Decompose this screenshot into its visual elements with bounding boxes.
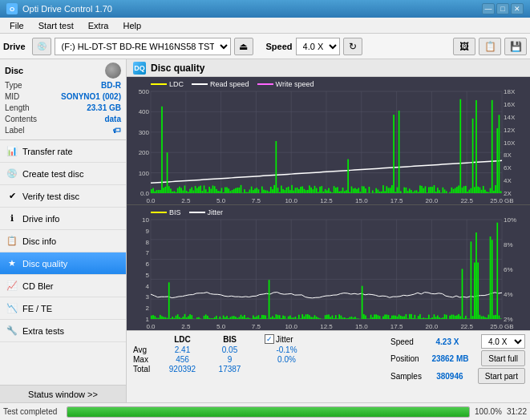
avg-jitter: -0.1%	[265, 345, 309, 354]
menu-start-test[interactable]: Start test	[32, 19, 80, 32]
disc-contents-row: Contents data	[5, 114, 121, 125]
menu-help[interactable]: Help	[116, 19, 148, 32]
disc-quality-title: Disc quality	[151, 63, 204, 74]
legend-read-speed: Read speed	[192, 80, 249, 88]
jitter-checkbox[interactable]: ✓	[265, 334, 274, 344]
max-bis: 9	[208, 355, 252, 364]
drive-icon: 💿	[32, 38, 51, 55]
disc-contents-key: Contents	[5, 114, 37, 125]
max-label: Max	[133, 355, 157, 364]
nav-disc-info[interactable]: 📋 Disc info	[0, 230, 126, 252]
menu-extra[interactable]: Extra	[82, 19, 115, 32]
legend-jitter-label: Jitter	[208, 208, 224, 216]
jitter-color	[189, 212, 205, 213]
nav-cd-bler[interactable]: 📈 CD Bler	[0, 275, 126, 297]
cd-bler-icon: 📈	[6, 281, 18, 292]
nav-transfer-rate[interactable]: 📊 Transfer rate	[0, 140, 126, 163]
title-bar-left: O Opti Drive Control 1.70	[6, 3, 112, 14]
create-test-disc-icon: 💿	[6, 168, 18, 180]
total-ldc: 920392	[160, 365, 204, 374]
toolbar: Drive 💿 (F:) HL-DT-ST BD-RE WH16NS58 TST…	[0, 34, 530, 59]
nav-disc-info-label: Disc info	[22, 236, 56, 246]
status-window-button[interactable]: Status window >>	[0, 385, 126, 402]
disc-label-row: Label 🏷	[5, 125, 121, 136]
content-area: DQ Disc quality LDC Read speed	[127, 59, 530, 402]
stats-bar: LDC BIS ✓ Jitter Avg 2.41 0.05 -0.1%	[127, 330, 530, 402]
disc-mid-key: MID	[5, 91, 19, 103]
nav-create-test-disc[interactable]: 💿 Create test disc	[0, 163, 126, 185]
verify-test-disc-icon: ✔	[6, 191, 18, 202]
bottom-chart-legend: BIS Jitter	[151, 208, 223, 216]
nav-verify-test-disc-label: Verify test disc	[22, 192, 79, 201]
top-chart-legend: LDC Read speed Write speed	[151, 80, 314, 88]
legend-bis: BIS	[151, 208, 181, 216]
progress-bar-fill	[67, 407, 469, 417]
close-button[interactable]: ✕	[511, 3, 524, 14]
nav-extra-tests[interactable]: 🔧 Extra tests	[0, 320, 126, 342]
drive-info-icon: ℹ	[6, 213, 18, 224]
disc-label-icon: 🏷	[113, 125, 121, 136]
button1[interactable]: 🖼	[453, 38, 475, 55]
speed-label: Speed	[266, 42, 293, 51]
save-button[interactable]: 💾	[504, 38, 527, 55]
speed-stat-val: 4.23 X	[436, 337, 459, 346]
nav-cd-bler-label: CD Bler	[22, 281, 54, 291]
charts-area: LDC Read speed Write speed	[127, 77, 530, 330]
drive-select[interactable]: (F:) HL-DT-ST BD-RE WH16NS58 TST4	[55, 38, 231, 55]
menu-bar: File Start test Extra Help	[0, 18, 530, 34]
samples-val: 380946	[436, 372, 463, 381]
progress-bar-container: Test completed 100.0% 31:22	[0, 402, 530, 420]
refresh-button[interactable]: ↻	[343, 38, 362, 55]
nav-drive-info[interactable]: ℹ Drive info	[0, 208, 126, 230]
start-full-button[interactable]: Start full	[481, 350, 525, 366]
disc-section-title: Disc	[5, 66, 23, 75]
speed-stat-select[interactable]: 4.0 X	[481, 334, 525, 349]
bottom-chart: BIS Jitter	[127, 205, 530, 330]
nav-drive-info-label: Drive info	[22, 214, 59, 224]
legend-ldc: LDC	[151, 80, 184, 88]
disc-mid-row: MID SONYNO1 (002)	[5, 91, 121, 103]
nav-verify-test-disc[interactable]: ✔ Verify test disc	[0, 185, 126, 208]
minimize-button[interactable]: —	[482, 3, 495, 14]
total-bis: 17387	[208, 365, 252, 374]
disc-label-key: Label	[5, 125, 24, 136]
nav-fe-te[interactable]: 📉 FE / TE	[0, 297, 126, 320]
sidebar: Disc Type BD-R MID SONYNO1 (002) Length …	[0, 59, 127, 402]
title-bar-controls[interactable]: — □ ✕	[482, 3, 524, 14]
fe-te-icon: 📉	[6, 303, 18, 314]
avg-ldc: 2.41	[160, 345, 204, 354]
nav-items: 📊 Transfer rate 💿 Create test disc ✔ Ver…	[0, 140, 126, 385]
disc-header: Disc	[5, 63, 121, 79]
jitter-checkbox-row[interactable]: ✓ Jitter	[265, 334, 293, 344]
nav-disc-quality[interactable]: ★ Disc quality	[0, 252, 126, 275]
legend-write-speed: Write speed	[257, 80, 314, 88]
disc-mid-val: SONYNO1 (002)	[61, 91, 121, 103]
max-jitter: 0.0%	[265, 355, 309, 364]
button2[interactable]: 📋	[479, 38, 501, 55]
col-header-bis: BIS	[208, 335, 252, 344]
samples-row: Samples 380946 Start part	[390, 368, 525, 384]
right-stats: Speed 4.23 X 4.0 X Position 23862 MB Sta…	[386, 331, 530, 402]
speed-row: Speed 4.23 X 4.0 X	[390, 334, 525, 349]
app-title: Opti Drive Control 1.70	[22, 4, 112, 14]
maximize-button[interactable]: □	[496, 3, 509, 14]
speed-select[interactable]: 4.0 X Max 8.0 X	[296, 38, 340, 55]
bis-color	[151, 212, 167, 213]
extra-tests-icon: 🔧	[6, 325, 18, 337]
eject-button[interactable]: ⏏	[234, 38, 253, 55]
disc-quality-icon: ★	[6, 258, 18, 269]
menu-file[interactable]: File	[3, 19, 30, 32]
disc-type-val: BD-R	[101, 80, 121, 91]
nav-extra-tests-label: Extra tests	[22, 326, 64, 336]
status-window-label: Status window >>	[28, 390, 98, 399]
legend-write-speed-label: Write speed	[276, 80, 314, 88]
nav-disc-quality-label: Disc quality	[22, 259, 67, 269]
start-part-button[interactable]: Start part	[478, 368, 525, 384]
main-layout: Disc Type BD-R MID SONYNO1 (002) Length …	[0, 59, 530, 402]
legend-jitter: Jitter	[189, 208, 224, 216]
legend-read-speed-label: Read speed	[210, 80, 249, 88]
max-ldc: 456	[160, 355, 204, 364]
progress-percent: 100.0%	[475, 407, 502, 416]
top-chart: LDC Read speed Write speed	[127, 77, 530, 205]
ldc-color	[151, 83, 167, 85]
